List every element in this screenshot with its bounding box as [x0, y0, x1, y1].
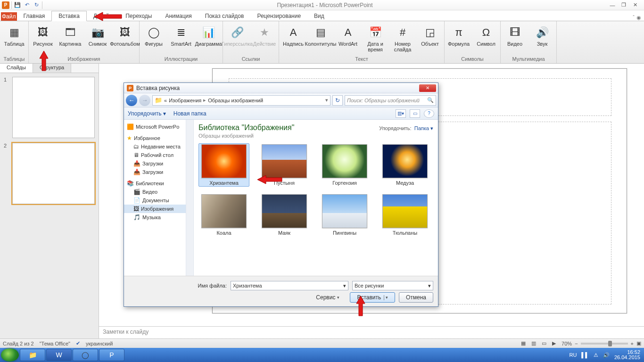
tab-file[interactable]: Файл [1, 12, 17, 21]
tree-item[interactable]: 📚Библиотеки [124, 179, 193, 188]
tab-review[interactable]: Рецензирование [250, 11, 307, 21]
ribbon-button[interactable]: 🖼Фотоальбом [112, 23, 138, 47]
start-button[interactable] [1, 348, 19, 362]
tree-item[interactable]: 🟧Microsoft PowerPo [124, 123, 193, 131]
ribbon-button[interactable]: ◲Объект [417, 23, 443, 47]
ribbon-button[interactable]: ▦Таблица [1, 23, 27, 47]
close-button[interactable]: ✕ [630, 1, 640, 9]
ribbon-minimize-icon[interactable]: ˆ [633, 15, 635, 21]
nav-back-button[interactable]: ← [126, 95, 137, 106]
slide-thumb[interactable]: 1 [4, 77, 95, 138]
tree-label: Избранное [134, 135, 160, 141]
view-sorter-icon[interactable]: ▥ [531, 340, 536, 346]
restore-button[interactable]: ❐ [619, 1, 629, 9]
preview-pane-button[interactable]: ▭ [410, 109, 420, 118]
breadcrumb-back[interactable]: « [164, 98, 167, 103]
ribbon-group: πФормулаΩСимволСимволы [445, 21, 501, 63]
ribbon-button[interactable]: ▤Колонтитулы [307, 23, 334, 47]
side-tab-slides[interactable]: Слайды [0, 64, 33, 73]
redo-icon[interactable]: ↻ [33, 1, 40, 9]
file-item[interactable]: Тюльпаны [380, 193, 430, 237]
file-item[interactable]: Гортензия [319, 143, 370, 187]
view-normal-icon[interactable]: ▦ [521, 340, 526, 346]
tray-volume-icon[interactable]: 🔊 [603, 352, 610, 358]
refresh-button[interactable]: ↻ [332, 95, 343, 106]
tree-item[interactable]: 🖼Изображения [124, 205, 193, 213]
taskbar-powerpoint[interactable]: P [99, 349, 124, 361]
tab-animation[interactable]: Анимация [158, 11, 198, 21]
ribbon-button[interactable]: 📅Дата и время [362, 23, 388, 52]
tab-insert[interactable]: Вставка [51, 11, 87, 21]
ribbon-button[interactable]: AWordArt [335, 23, 361, 47]
ribbon-button[interactable]: 🗔Картинка [57, 23, 83, 47]
tree-item[interactable]: 📄Документы [124, 196, 193, 205]
tree-item[interactable]: 🎵Музыка [124, 213, 193, 222]
breadcrumb[interactable]: 📁 « Изображения ▸ Образцы изображений ▾ [152, 95, 330, 106]
ribbon-button[interactable]: 📷Снимок [84, 23, 111, 47]
undo-icon[interactable]: ↶ [23, 1, 31, 9]
taskbar-explorer[interactable]: 📁 [20, 349, 45, 361]
tree-item[interactable]: 📥Загрузки [124, 159, 193, 168]
dialog-help-button[interactable]: ? [424, 109, 434, 118]
new-folder-button[interactable]: Новая папка [173, 110, 206, 117]
cancel-button[interactable]: Отмена [399, 292, 433, 303]
ribbon-button[interactable]: 🎞Видео [502, 23, 528, 47]
help-icon[interactable]: ◉ [636, 15, 641, 21]
dialog-close-button[interactable]: ✕ [419, 84, 436, 92]
ribbon-button[interactable]: ◯Фигуры [140, 23, 167, 47]
file-item[interactable]: Медуза [380, 143, 430, 187]
ribbon-button[interactable]: AНадпись [280, 23, 306, 47]
notes-pane[interactable]: Заметки к слайду [99, 326, 644, 338]
sort-control[interactable]: Упорядочить: Папка ▾ [379, 125, 433, 132]
ribbon-button[interactable]: ΩСимвол [473, 23, 499, 47]
tree-item[interactable]: 🎬Видео [124, 188, 193, 196]
tab-home[interactable]: Главная [17, 11, 52, 21]
breadcrumb-item[interactable]: Изображения [169, 98, 201, 103]
ribbon-button[interactable]: πФормула [446, 23, 472, 47]
status-theme: "Тема Office" [40, 341, 70, 346]
tree-item[interactable]: 🗂Недавние места [124, 142, 193, 151]
chevron-right-icon: ▸ [203, 97, 206, 103]
breadcrumb-item[interactable]: Образцы изображений [208, 98, 263, 103]
tray-lang[interactable]: RU [569, 352, 577, 358]
file-item[interactable]: Хризантема [198, 143, 249, 187]
organize-menu[interactable]: Упорядочить ▾ [128, 110, 166, 117]
tree-item[interactable]: 🖥Рабочий стол [124, 151, 193, 159]
tree-scrollbar[interactable] [186, 120, 193, 276]
ribbon-button[interactable]: #Номер слайда [389, 23, 416, 52]
tab-transitions[interactable]: Переходы [119, 11, 158, 21]
folder-icon: 🖥 [133, 152, 139, 158]
title-bar: P 💾 ↶ ↻ Презентация1 - Microsoft PowerPo… [0, 0, 644, 10]
fit-window-icon[interactable]: ▣ [636, 340, 641, 346]
ribbon-button[interactable]: 🔊Звук [529, 23, 555, 47]
save-icon[interactable]: 💾 [14, 1, 21, 9]
file-item[interactable]: Коала [198, 193, 249, 237]
tab-slideshow[interactable]: Показ слайдов [198, 11, 251, 21]
tree-item[interactable]: 📥Загрузки [124, 168, 193, 176]
ribbon-group-label: Ссылки [242, 55, 260, 63]
ribbon-button[interactable]: 🖼Рисунок [30, 23, 56, 47]
status-language[interactable]: украинский [86, 341, 113, 346]
zoom-control[interactable]: 70% −+ ▣ [561, 340, 641, 346]
filename-field[interactable]: Хризантема▾ [231, 281, 348, 290]
view-reading-icon[interactable]: ▭ [542, 340, 546, 346]
minimize-button[interactable]: — [607, 1, 618, 9]
tools-menu[interactable]: Сервис ▾ [309, 292, 346, 303]
file-item[interactable]: Пингвины [319, 193, 370, 237]
slide-thumb[interactable]: 2 [4, 143, 95, 204]
ribbon-button[interactable]: 📊Диаграмма [195, 23, 222, 47]
tree-item[interactable]: ★Избранное [124, 134, 193, 142]
view-mode-button[interactable]: ▥▾ [396, 109, 406, 118]
nav-forward-button[interactable]: → [139, 95, 150, 106]
chevron-down-icon[interactable]: ▾ [325, 97, 328, 103]
tray-flag-icon[interactable]: ▌▌ [581, 352, 589, 358]
tab-view[interactable]: Вид [307, 11, 331, 21]
file-item[interactable]: Маяк [259, 193, 310, 237]
ribbon-button[interactable]: ≣SmartArt [168, 23, 194, 47]
tray-network-icon[interactable]: ⚠ [594, 352, 598, 358]
taskbar-chrome[interactable]: ◯ [73, 349, 98, 361]
search-input[interactable]: Поиск: Образцы изображений 🔍 [345, 95, 436, 106]
view-slideshow-icon[interactable]: ▶ [552, 340, 556, 346]
filetype-field[interactable]: Все рисунки▾ [352, 281, 433, 290]
taskbar-word[interactable]: W [46, 349, 72, 361]
